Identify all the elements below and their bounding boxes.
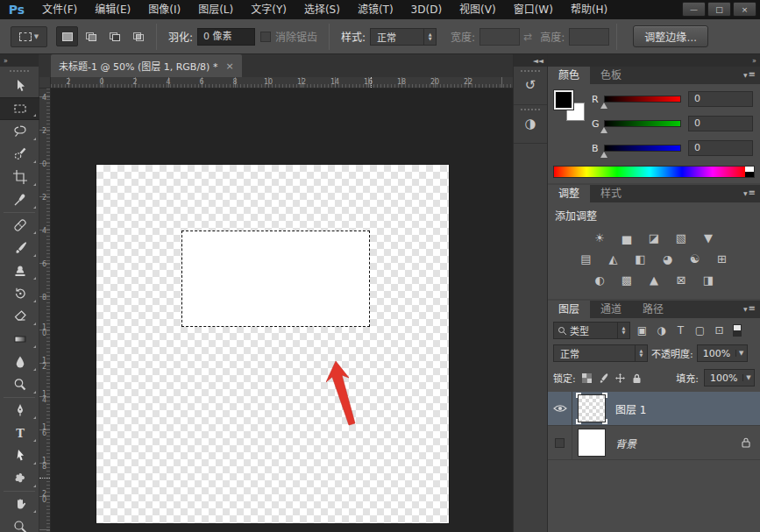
layer-name[interactable]: 图层 1 [615,401,760,416]
gradient-map-icon[interactable]: ⊠ [671,273,692,287]
dodge-tool[interactable] [0,373,39,396]
green-slider-thumb[interactable] [600,127,607,133]
quick-selection-tool[interactable] [0,143,39,166]
tab-color[interactable]: 颜色 [548,67,590,84]
intersect-selection-button[interactable] [127,26,149,46]
menu-filter[interactable]: 滤镜(T) [349,0,402,19]
vertical-ruler[interactable]: 4 2 0 2 4 6 8 10 12 14 16 18 20 [39,89,51,532]
filter-adjustment-layers-icon[interactable]: ◑ [654,324,669,337]
lock-transparent-pixels-icon[interactable] [581,372,593,384]
foreground-color-swatch[interactable] [554,90,573,110]
invert-icon[interactable]: ◐ [589,273,610,287]
menu-view[interactable]: 视图(V) [451,0,505,19]
green-slider[interactable] [604,120,681,127]
layer-filter-type-dropdown[interactable]: 类型 ▲▼ [553,322,630,339]
filter-type-layers-icon[interactable]: T [673,324,688,337]
rectangular-marquee-tool[interactable] [0,97,39,120]
exposure-icon[interactable]: ▧ [671,231,692,245]
brightness-contrast-icon[interactable]: ☀ [589,231,610,245]
layer-thumbnail[interactable] [576,427,607,458]
height-input[interactable] [569,28,609,46]
tab-swatches[interactable]: 色板 [590,67,632,84]
channel-mixer-icon[interactable]: ☯ [685,252,706,266]
horizontal-type-tool[interactable]: T [0,422,39,444]
fill-dropdown[interactable]: 100% ▼ [704,369,755,387]
opacity-dropdown[interactable]: 100% ▼ [697,344,748,362]
refine-edge-button[interactable]: 调整边缘… [633,25,708,47]
lock-all-icon[interactable] [631,372,643,384]
hue-saturation-icon[interactable]: ▤ [576,252,597,266]
lock-image-pixels-icon[interactable] [598,372,609,384]
lasso-tool[interactable] [0,120,39,143]
selective-color-icon[interactable]: ◨ [698,273,719,287]
black-white-icon[interactable]: ◧ [630,252,651,266]
photo-filter-icon[interactable]: ◕ [657,252,678,266]
move-tool[interactable] [0,74,39,97]
document-tab[interactable]: 未标题-1 @ 50% (图层 1, RGB/8) * × [51,54,242,77]
gradient-tool[interactable] [0,328,39,351]
tab-close-icon[interactable]: × [225,60,233,72]
spectrum-bw-chips[interactable] [745,167,754,177]
swap-dimensions-icon[interactable]: ⇄ [523,31,532,43]
layer-row-background[interactable]: 背景 [548,426,760,460]
threshold-icon[interactable]: ▲ [643,273,664,287]
path-selection-tool[interactable] [0,444,39,467]
properties-panel-button[interactable]: ◑ [514,105,547,144]
width-input[interactable] [479,28,520,46]
curves-icon[interactable]: ◪ [643,231,664,245]
ruler-origin-corner[interactable] [39,77,51,89]
menu-window[interactable]: 窗口(W) [505,0,562,19]
clone-stamp-tool[interactable] [0,259,39,282]
filter-smart-objects-icon[interactable]: ⊡ [712,324,727,337]
horizontal-ruler[interactable]: 2 0 2 4 6 8 10 12 14 16 18 20 22 [51,77,513,89]
layer-row-layer1[interactable]: 图层 1 [548,392,760,426]
tab-channels[interactable]: 通道 [590,301,632,318]
visibility-toggle[interactable] [548,392,572,425]
blue-slider[interactable] [604,145,681,152]
posterize-icon[interactable]: ▩ [616,273,637,287]
menu-layer[interactable]: 图层(L) [189,0,242,19]
pen-tool[interactable] [0,399,39,422]
history-brush-tool[interactable] [0,282,39,305]
layer-filtering-toggle[interactable] [733,324,742,337]
expand-panels-button[interactable]: ◄◄ [514,54,547,67]
zoom-tool[interactable] [0,515,39,532]
brush-tool[interactable] [0,237,39,259]
tab-styles[interactable]: 样式 [590,185,632,202]
blend-mode-dropdown[interactable]: 正常 ▲▼ [553,344,648,362]
menu-select[interactable]: 选择(S) [295,0,349,19]
add-to-selection-button[interactable] [80,26,102,46]
tab-layers[interactable]: 图层 [548,301,590,318]
menu-image[interactable]: 图像(I) [139,0,189,19]
custom-shape-tool[interactable] [0,467,39,490]
red-value-input[interactable]: 0 [688,91,753,107]
red-slider-thumb[interactable] [600,103,607,109]
subtract-from-selection-button[interactable] [103,26,125,46]
eraser-tool[interactable] [0,305,39,328]
history-panel-button[interactable]: ↺ [514,67,547,105]
eyedropper-tool[interactable] [0,188,39,211]
collapse-to-icons-button[interactable]: » [548,54,760,67]
marquee-selection[interactable] [181,231,370,327]
style-dropdown[interactable]: 正常 ▲▼ [370,28,437,46]
blue-value-input[interactable]: 0 [688,140,753,156]
spot-healing-brush-tool[interactable] [0,214,39,237]
hand-tool[interactable] [0,493,39,515]
blue-slider-thumb[interactable] [600,152,607,158]
new-selection-button[interactable] [56,26,78,46]
layer-thumbnail[interactable] [576,393,607,424]
tab-paths[interactable]: 路径 [632,301,674,318]
spectrum-gradient[interactable] [554,167,745,177]
toolbar-collapse-button[interactable]: » [0,54,39,67]
menu-help[interactable]: 帮助(H) [562,0,616,19]
filter-pixel-layers-icon[interactable]: ▣ [635,324,650,337]
antialias-checkbox[interactable] [260,32,271,42]
maximize-button[interactable]: □ [707,2,731,17]
feather-input[interactable]: 0 像素 [197,28,255,46]
menu-file[interactable]: 文件(F) [33,0,86,19]
color-balance-icon[interactable]: ◭ [603,252,624,266]
toolbar-grip[interactable] [10,70,29,72]
color-spectrum-ramp[interactable] [553,166,755,178]
panel-menu-icon[interactable]: ▼≡ [743,188,756,197]
filter-shape-layers-icon[interactable]: ▢ [693,324,707,337]
